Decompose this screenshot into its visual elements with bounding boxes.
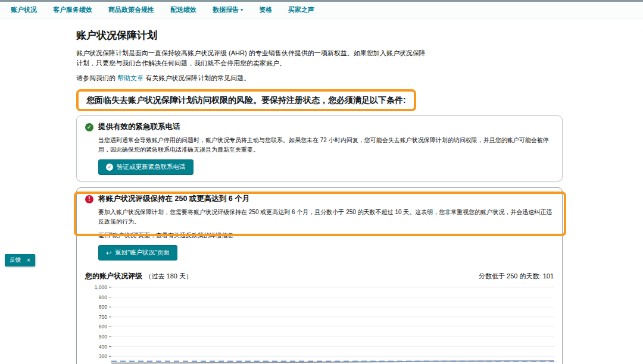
nav-item-account-health[interactable]: 账户状况	[11, 5, 37, 14]
page-title: 账户状况保障计划	[76, 29, 564, 42]
svg-text:900: 900	[99, 294, 107, 300]
main-content: 账户状况保障计划 账户状况保障计划是面向一直保持较高账户状况评级 (AHR) 的…	[0, 18, 564, 364]
health-rating-chart: 01002003004005006007008009001,000May 22M…	[85, 283, 554, 364]
svg-text:500: 500	[99, 334, 107, 340]
requirement-body: 要加入账户状况保障计划，您需要将账户状况评级保持在 250 或更高达到 6 个月…	[98, 208, 554, 227]
requirement-detail-line: 返回"账户状况"页面，查看有关违反政策的详细信息	[98, 231, 554, 240]
nav-item-eligibility[interactable]: 资格	[259, 5, 272, 14]
line-chart-canvas: 01002003004005006007008009001,000May 22M…	[85, 283, 558, 364]
warning-annotation-box: 您面临失去账户状况保障计划访问权限的风险。要保持注册状态，您必须满足以下条件:	[76, 89, 416, 111]
svg-text:800: 800	[99, 304, 107, 310]
check-circle-icon: ✓	[85, 123, 93, 131]
feedback-button[interactable]: 反馈 ×	[5, 254, 35, 266]
return-arrow-icon: ↩	[106, 250, 111, 256]
requirement-card-rating-250: ! 将账户状况评级保持在 250 或更高达到 6 个月 要加入账户状况保障计划，…	[76, 187, 563, 364]
chart-title: 您的账户状况评级 （过去 180 天）	[85, 270, 192, 281]
check-circle-icon: ✓	[106, 164, 113, 171]
program-intro-text: 账户状况保障计划是面向一直保持较高账户状况评级 (AHR) 的专业销售伙伴提供的…	[76, 48, 426, 68]
nav-item-voice-of-customer[interactable]: 买家之声	[288, 5, 314, 14]
help-line: 请参阅我们的 帮助文章 有关账户状况保障计划的常见问题。	[76, 74, 564, 83]
chevron-down-icon: ▾	[241, 7, 243, 12]
requirement-body: 当您遇到通常会导致账户停用的问题时，账户状况专员将主动与您联系。如果您未在 72…	[98, 136, 554, 155]
requirement-card-emergency-contact: ✓ 提供有效的紧急联系电话 当您遇到通常会导致账户停用的问题时，账户状况专员将主…	[76, 115, 563, 181]
nav-item-data-reports[interactable]: 数据报告 ▾	[213, 5, 243, 14]
verify-emergency-contact-button[interactable]: ✓ 验证或更新紧急联系电话	[98, 159, 193, 175]
svg-text:1,000: 1,000	[95, 284, 108, 290]
close-icon[interactable]: ×	[27, 257, 30, 263]
requirement-title: 提供有效的紧急联系电话	[98, 122, 180, 132]
svg-text:400: 400	[99, 344, 107, 350]
alert-circle-icon: !	[85, 195, 93, 203]
days-below-threshold-label: 分数低于 250 的天数: 101	[479, 272, 554, 281]
nav-item-shipping-performance[interactable]: 配送绩效	[170, 5, 196, 14]
nav-item-policy-compliance[interactable]: 商品政策合规性	[108, 5, 154, 14]
help-article-link[interactable]: 帮助文章	[117, 74, 143, 81]
svg-text:300: 300	[99, 353, 107, 359]
health-navbar: 账户状况 客户服务绩效 商品政策合规性 配送绩效 数据报告 ▾ 资格 买家之声	[0, 2, 643, 18]
requirement-title: 将账户状况评级保持在 250 或更高达到 6 个月	[98, 194, 249, 204]
svg-text:600: 600	[99, 324, 107, 330]
back-to-account-health-button[interactable]: ↩ 返回"账户状况"页面	[98, 245, 177, 261]
nav-item-customer-service-performance[interactable]: 客户服务绩效	[53, 5, 92, 14]
svg-text:700: 700	[99, 314, 107, 320]
warning-text: 您面临失去账户状况保障计划访问权限的风险。要保持注册状态，您必须满足以下条件:	[86, 95, 406, 105]
